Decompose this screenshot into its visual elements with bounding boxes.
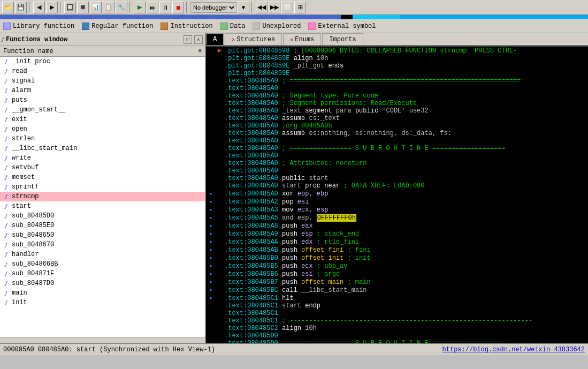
code-line[interactable]: .text:080485A0 ; =======================… [206,77,588,85]
func-item[interactable]: 𝑓start [0,201,205,211]
code-line[interactable]: ●.text:080485B7 push offset main ; main [206,278,588,286]
func-item[interactable]: 𝑓__libc_start_main [0,144,205,153]
func-item[interactable]: 𝑓signal [0,76,205,86]
toolbar-btn-5[interactable]: 🔧 [116,2,127,13]
code-line[interactable]: .text:080485D0 [206,332,588,340]
functions-panel-minimize[interactable]: □ [184,35,192,44]
code-line[interactable]: ●.text:080485AB push offset fini ; fini [206,246,588,254]
func-item[interactable]: 𝑓_init_proc [0,57,205,66]
toolbar-btn-4[interactable]: 📋 [103,2,114,13]
toolbar-btn-fwd[interactable]: ▶ [46,2,58,13]
toolbar-btn-restore[interactable]: ⊞ [294,2,306,13]
code-line[interactable]: .plt.got:0804859E align 10h [206,55,588,62]
code-area[interactable]: ►.plt.got:08048598 ; [00000006 BYTES: CO… [206,47,588,343]
toolbar-btn-2[interactable]: 🔳 [77,2,89,13]
code-line[interactable]: ●.text:080485AA push edx ; rtld_fini [206,238,588,246]
code-line[interactable]: .text:080485A0 [206,167,588,175]
code-line[interactable]: .text:080485A0 assume cs:_text [206,115,588,122]
func-item[interactable]: 𝑓write [0,153,205,163]
code-line[interactable]: ●.text:080485A8 push eax [206,222,588,230]
legend-data[interactable]: Data [220,22,246,30]
toolbar-btn-next2[interactable]: ▶▶ [269,2,280,13]
code-line[interactable]: .text:080485A0 [206,152,588,160]
code-line[interactable]: .text:080485A0 [206,137,588,145]
func-col-sort[interactable]: ≡ [198,48,202,54]
toolbar-btn-pause[interactable]: ⏸ [159,2,171,13]
func-list[interactable]: 𝑓_init_proc𝑓read𝑓signal𝑓alarm𝑓puts𝑓__gmo… [0,57,205,337]
func-item[interactable]: 𝑓sub_804871F [0,269,205,278]
func-item[interactable]: 𝑓__gmon_start__ [0,105,205,115]
legend-library-function[interactable]: Library function [3,22,74,30]
code-line[interactable]: .plt.got:0804859E _plt_got ends [206,62,588,70]
func-item[interactable]: 𝑓sub_80485D0 [0,211,205,221]
code-line[interactable]: ●.text:080485C1 hlt [206,294,588,302]
func-item[interactable]: 𝑓sub_80485E0 [0,221,205,230]
code-line[interactable]: .text:080485A0 ; ================ S U B … [206,145,588,152]
legend-unexplored[interactable]: Unexplored [253,22,301,30]
toolbar-btn-step[interactable]: ⏭ [147,2,158,13]
func-item[interactable]: 𝑓setvbuf [0,163,205,172]
legend-regular-function[interactable]: Regular function [82,22,153,30]
tab-disassembly[interactable]: A [206,33,224,45]
toolbar-btn-3[interactable]: 📊 [90,2,102,13]
toolbar-btn-stop[interactable]: ⏹ [172,2,184,13]
func-item[interactable]: 𝑓sub_8048670 [0,240,205,250]
code-line[interactable]: ●.text:080485BC call __libc_start_main [206,286,588,294]
code-line[interactable]: .text:080485D0 ; ================ S U B … [206,340,588,343]
func-item[interactable]: 𝑓sub_8048650 [0,230,205,240]
func-item[interactable]: 𝑓sub_80487D0 [0,278,205,288]
func-item[interactable]: 𝑓read [0,66,205,76]
code-line[interactable]: .text:080485C2 align 10h [206,325,588,332]
toolbar-btn-save[interactable]: 💾 [15,2,27,13]
code-line[interactable]: ●.text:080485A0 xor ebp, ebp [206,190,588,198]
code-line[interactable]: .text:080485A0 ;org 80485A0h [206,122,588,130]
code-line[interactable]: .text:080485A0 start proc near ; DATA XR… [206,182,588,190]
code-line[interactable]: .text:080485A0 ; Segment type: Pure code [206,92,588,100]
code-line[interactable]: ●.text:080485A9 push esp ; stack_end [206,230,588,238]
code-line[interactable]: ●.text:080485B5 push ecx ; ubp_av [206,262,588,270]
code-line[interactable]: .text:080485A0 assume es:nothing, ss:not… [206,130,588,137]
code-line[interactable]: .text:080485A0 ; Segment permissions: Re… [206,100,588,107]
func-item[interactable]: 𝑓memset [0,172,205,182]
func-item[interactable]: 𝑓sub_804866BB [0,259,205,269]
func-item[interactable]: 𝑓puts [0,95,205,105]
code-line[interactable]: ►.plt.got:08048598 ; [00000006 BYTES: CO… [206,47,588,55]
toolbar-btn-max[interactable]: ⬜ [281,2,293,13]
code-line[interactable]: .text:080485C1 start endp [206,302,588,310]
code-line[interactable]: .text:080485A0 public start [206,175,588,182]
toolbar-btn-dbg-opts[interactable]: ▼ [238,2,249,13]
tab-imports[interactable]: Imports [322,33,363,45]
func-item[interactable]: 𝑓main [0,288,205,298]
func-item[interactable]: 𝑓open [0,124,205,134]
code-line[interactable]: .text:080485C1 [206,310,588,317]
functions-panel-close[interactable]: × [194,35,203,44]
code-line[interactable]: .text:080485A0 [206,85,588,92]
func-item[interactable]: 𝑓handler [0,250,205,259]
func-item[interactable]: 𝑓alarm [0,86,205,95]
func-item[interactable]: 𝑓strncmp [0,192,205,201]
code-line[interactable]: ●.text:080485A5 and esp, 0FFFFFFF0h [206,214,588,222]
tab-enums[interactable]: ✕ Enums [283,33,321,45]
code-line[interactable]: .plt.got:0804859E [206,70,588,77]
toolbar-btn-back[interactable]: ◀ [33,2,45,13]
func-item[interactable]: 𝑓init [0,298,205,307]
toolbar-btn-open[interactable]: 📂 [2,2,14,13]
debugger-select[interactable]: No debugger [190,2,236,13]
code-line[interactable]: ●.text:080485A2 pop esi [206,198,588,206]
legend-external-symbol[interactable]: External symbol [308,22,376,30]
code-line[interactable]: ●.text:080485B0 push offset init ; init [206,254,588,262]
tab-structures[interactable]: ✕ Structures [225,33,282,45]
code-line[interactable]: ●.text:080485A3 mov ecx, esp [206,206,588,214]
legend-instruction[interactable]: Instruction [161,22,212,30]
code-line[interactable]: .text:080485A0 ; Attributes: noreturn [206,160,588,167]
func-item[interactable]: 𝑓strlen [0,134,205,144]
toolbar-btn-prev2[interactable]: ◀◀ [256,2,268,13]
toolbar-btn-run[interactable]: ▶ [134,2,146,13]
func-item[interactable]: 𝑓exit [0,115,205,124]
code-line[interactable]: .text:080485A0 _text segment para public… [206,107,588,115]
func-item[interactable]: 𝑓sprintf [0,182,205,192]
toolbar-btn-1[interactable]: 🔲 [64,2,76,13]
code-line[interactable]: .text:080485C1 ; -----------------------… [206,317,588,325]
code-line[interactable]: ●.text:080485B6 push esi ; argc [206,270,588,278]
left-scrollbar[interactable] [0,337,205,343]
